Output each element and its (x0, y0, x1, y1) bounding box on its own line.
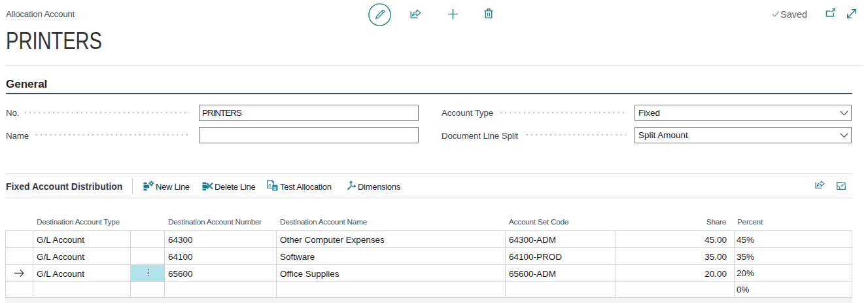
svg-text:PRINTERS: PRINTERS (6, 27, 102, 54)
svg-text:a: a (268, 182, 271, 188)
